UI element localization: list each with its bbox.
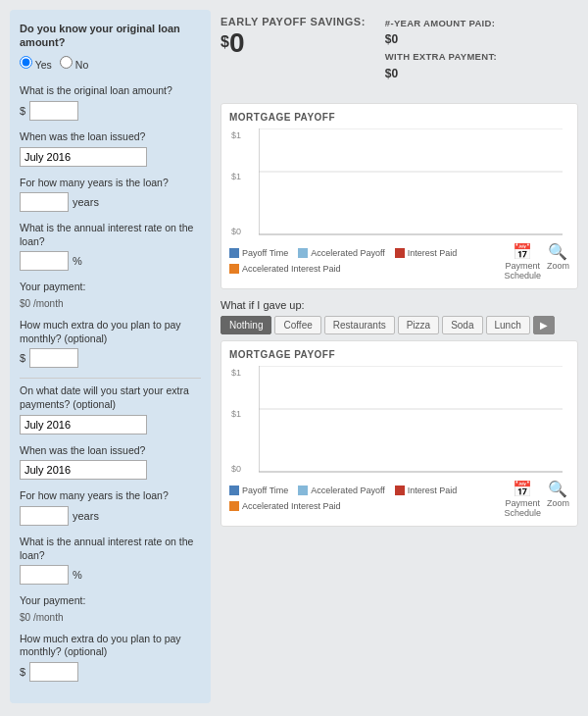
chart2-actions: 📅 Payment Schedule 🔍 Zoom bbox=[504, 480, 569, 518]
legend-actions-row-2: Payoff Time Accelerated Payoff Interest … bbox=[229, 476, 569, 518]
whatif-title: What if I gave up: bbox=[220, 299, 578, 311]
tab-more[interactable]: ▶ bbox=[533, 316, 555, 334]
legend-accelerated: Accelerated Payoff bbox=[298, 248, 384, 258]
savings-right: #-YEAR AMOUNT PAID: $0 WITH EXTRA PAYMEN… bbox=[385, 16, 497, 83]
savings-amount: $0 bbox=[220, 27, 366, 59]
interest-input-1[interactable] bbox=[20, 251, 69, 271]
tab-coffee[interactable]: Coffee bbox=[274, 316, 320, 334]
chart1-svg bbox=[259, 128, 563, 236]
loan-years-label-2: For how many years is the loan? bbox=[20, 489, 201, 503]
tab-restaurants[interactable]: Restaurants bbox=[324, 316, 395, 334]
payment-value-2: $0 /month bbox=[20, 612, 63, 623]
savings-section: EARLY PAYOFF SAVINGS: $0 #-YEAR AMOUNT P… bbox=[220, 10, 578, 89]
chart-1-title: MORTGAGE PAYOFF bbox=[229, 112, 569, 123]
legend-interest-paid: Interest Paid bbox=[395, 248, 458, 258]
zoom-icon: 🔍 bbox=[548, 242, 567, 261]
payment-value-1: $0 /month bbox=[20, 298, 63, 309]
legend-actions-row-1: Payoff Time Accelerated Payoff Interest … bbox=[229, 238, 569, 281]
year-amount-value: $0 bbox=[385, 30, 497, 49]
chart1-actions: 📅 Payment Schedule 🔍 Zoom bbox=[504, 242, 569, 281]
loan-issued-input-2[interactable] bbox=[20, 460, 147, 480]
payment-label-2: Your payment: bbox=[20, 594, 201, 608]
whatif-section: What if I gave up: Nothing Coffee Restau… bbox=[220, 299, 578, 334]
yes-no-radio-group: Yes No bbox=[20, 56, 201, 76]
legend2-color-light-blue bbox=[298, 486, 308, 495]
loan-amount-label: What is the original loan amount? bbox=[20, 84, 201, 98]
chart2-y-mid: $1 bbox=[231, 409, 241, 419]
extra-prefix-2: $ bbox=[20, 666, 25, 678]
chart2-y-top: $1 bbox=[231, 368, 241, 378]
start-date-label: On what date will you start your extra p… bbox=[20, 384, 201, 411]
loan-years-field-2: For how many years is the loan? years bbox=[20, 489, 201, 526]
chart2-y-bot: $0 bbox=[231, 464, 241, 474]
loan-years-field-1: For how many years is the loan? years bbox=[20, 177, 201, 213]
loan-issued-label-2: When was the loan issued? bbox=[20, 444, 201, 458]
loan-amount-field: What is the original loan amount? $ bbox=[20, 84, 201, 121]
loan-issued-input-1[interactable] bbox=[20, 147, 147, 167]
year-amount-label: #-YEAR AMOUNT PAID: bbox=[385, 16, 497, 30]
loan-issued-label-1: When was the loan issued? bbox=[20, 130, 201, 144]
payment-label-1: Your payment: bbox=[20, 281, 201, 294]
legend-color-red bbox=[395, 248, 405, 258]
divider bbox=[20, 378, 201, 379]
tab-pizza[interactable]: Pizza bbox=[398, 316, 439, 334]
right-panel: EARLY PAYOFF SAVINGS: $0 #-YEAR AMOUNT P… bbox=[220, 10, 578, 703]
extra-input-2[interactable] bbox=[29, 662, 78, 682]
original-loan-question: Do you know your original loan amount? Y… bbox=[20, 22, 201, 75]
chart-2: MORTGAGE PAYOFF $1 $1 $0 Payoff Time bbox=[220, 340, 578, 527]
loan-years-label-1: For how many years is the loan? bbox=[20, 177, 201, 190]
chart-2-title: MORTGAGE PAYOFF bbox=[229, 349, 569, 360]
savings-title: EARLY PAYOFF SAVINGS: bbox=[220, 16, 366, 27]
interest-field-2: What is the annual interest rate on the … bbox=[20, 536, 201, 585]
chart1-y-bot: $0 bbox=[231, 227, 241, 236]
interest-input-2[interactable] bbox=[20, 565, 69, 585]
loan-amount-input[interactable] bbox=[29, 101, 78, 121]
radio-yes-label[interactable]: Yes bbox=[20, 56, 52, 73]
legend-color-blue bbox=[229, 248, 239, 258]
tab-soda[interactable]: Soda bbox=[442, 316, 482, 334]
calendar-icon-2: 📅 bbox=[513, 480, 532, 498]
radio-no-label[interactable]: No bbox=[60, 56, 88, 73]
chart2-svg bbox=[259, 366, 563, 474]
interest-field-1: What is the annual interest rate on the … bbox=[20, 222, 201, 271]
extra-input-1[interactable] bbox=[29, 348, 78, 368]
zoom-icon-2: 🔍 bbox=[548, 480, 567, 498]
whatif-tabs: Nothing Coffee Restaurants Pizza Soda Lu… bbox=[220, 316, 578, 334]
tab-nothing[interactable]: Nothing bbox=[220, 316, 271, 334]
radio-yes[interactable] bbox=[20, 56, 32, 69]
legend-color-light-blue bbox=[298, 248, 308, 258]
legend2-accelerated: Accelerated Payoff bbox=[298, 486, 384, 495]
extra-payment-field-1: How much extra do you plan to pay monthl… bbox=[20, 319, 201, 368]
loan-years-input-2[interactable] bbox=[20, 506, 69, 526]
payment-schedule-button-2[interactable]: 📅 Payment Schedule bbox=[504, 480, 541, 518]
payment-display-2: Your payment: $0 /month bbox=[20, 594, 201, 623]
chart1-y-mid: $1 bbox=[231, 172, 241, 181]
tab-lunch[interactable]: Lunch bbox=[486, 316, 530, 334]
legend-color-orange bbox=[229, 264, 239, 274]
loan-amount-prefix: $ bbox=[20, 105, 25, 117]
zoom-button-2[interactable]: 🔍 Zoom bbox=[547, 480, 569, 518]
payment-display-1: Your payment: $0 /month bbox=[20, 281, 201, 309]
interest-suffix-1: % bbox=[73, 255, 82, 267]
chart1-y-top: $1 bbox=[231, 130, 241, 140]
radio-no[interactable] bbox=[60, 56, 73, 69]
left-panel: Do you know your original loan amount? Y… bbox=[10, 10, 211, 703]
loan-years-input-1[interactable] bbox=[20, 192, 69, 212]
chart2-legend: Payoff Time Accelerated Payoff Interest … bbox=[229, 486, 504, 511]
legend2-color-blue bbox=[229, 486, 239, 495]
extra-payment-label: WITH EXTRA PAYMENT: bbox=[385, 49, 497, 64]
dollar-sign: $ bbox=[220, 33, 229, 51]
legend2-payoff-time: Payoff Time bbox=[229, 486, 288, 495]
extra-prefix-1: $ bbox=[20, 352, 25, 364]
interest-label-2: What is the annual interest rate on the … bbox=[20, 536, 201, 562]
payment-schedule-button[interactable]: 📅 Payment Schedule bbox=[504, 242, 541, 281]
start-date-input[interactable] bbox=[20, 415, 147, 435]
legend2-interest-paid: Interest Paid bbox=[395, 486, 458, 495]
start-date-field: On what date will you start your extra p… bbox=[20, 384, 201, 434]
calendar-icon: 📅 bbox=[513, 242, 532, 261]
extra-payment-field-2: How much extra do you plan to pay monthl… bbox=[20, 633, 201, 682]
zoom-button[interactable]: 🔍 Zoom bbox=[547, 242, 569, 281]
legend-payoff-time: Payoff Time bbox=[229, 248, 288, 258]
loan-years-suffix-2: years bbox=[73, 510, 99, 522]
interest-label-1: What is the annual interest rate on the … bbox=[20, 222, 201, 248]
